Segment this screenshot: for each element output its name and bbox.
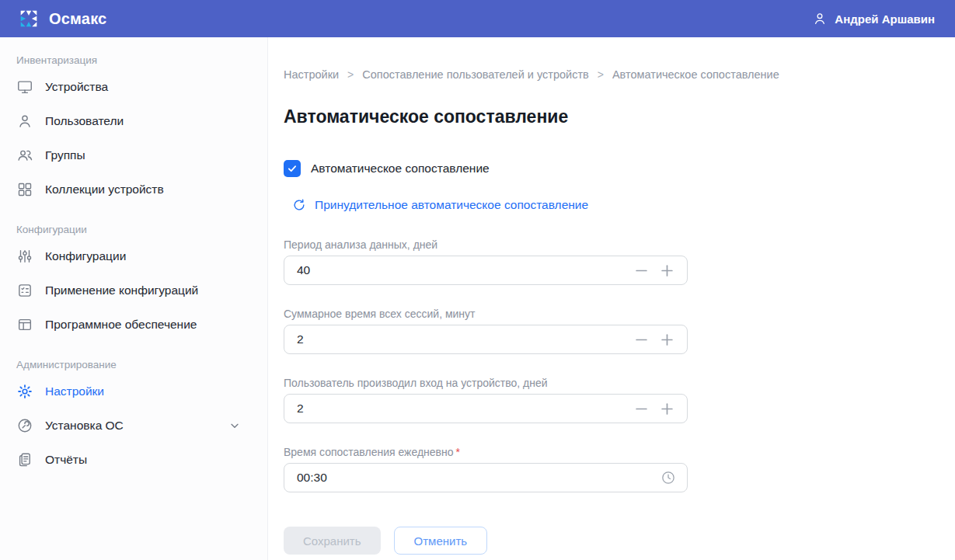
- refresh-icon: [292, 198, 306, 212]
- monitor-icon: [16, 78, 33, 96]
- sidebar-item-label: Программное обеспечение: [45, 318, 197, 332]
- window-layout-icon: [16, 316, 33, 333]
- required-mark: *: [456, 446, 460, 458]
- wrench-circle-icon: [16, 417, 33, 434]
- sidebar-item-apply-configurations[interactable]: Применение конфигураций: [0, 273, 267, 308]
- top-bar: Осмакс Андрей Аршавин: [0, 0, 955, 37]
- plus-button[interactable]: [660, 332, 674, 346]
- sidebar-item-label: Отчёты: [45, 453, 87, 467]
- minus-button[interactable]: [634, 332, 648, 346]
- sidebar-item-device-collections[interactable]: Коллекции устройств: [0, 172, 267, 207]
- auto-matching-form: Автоматическое сопоставление Принудитель…: [284, 160, 688, 555]
- matching-time-input[interactable]: [284, 464, 660, 492]
- field-label: Пользователь производил вход на устройст…: [284, 377, 688, 389]
- sidebar-item-users[interactable]: Пользователи: [0, 104, 267, 138]
- field-last-login-days: Пользователь производил вход на устройст…: [284, 377, 688, 423]
- breadcrumb-user-device-matching[interactable]: Сопоставление пользователей и устройств: [362, 68, 588, 81]
- user-name: Андрей Аршавин: [835, 12, 935, 26]
- sidebar-item-reports[interactable]: Отчёты: [0, 443, 267, 477]
- total-session-time-input[interactable]: [284, 325, 634, 353]
- auto-matching-checkbox[interactable]: [284, 160, 301, 177]
- sidebar-section-inventory: Инвентаризация: [0, 54, 267, 66]
- field-label: Время сопоставления ежедневно*: [284, 446, 688, 458]
- plus-button[interactable]: [660, 402, 674, 416]
- minus-button[interactable]: [634, 402, 648, 416]
- field-total-session-time: Суммарное время всех сессий, минут: [284, 308, 688, 354]
- minus-button[interactable]: [634, 263, 648, 277]
- field-label: Период анализа данных, дней: [284, 238, 688, 251]
- users-icon: [16, 147, 33, 164]
- clock-icon[interactable]: [660, 470, 687, 485]
- sidebar: Инвентаризация Устройства Пользователи: [0, 37, 268, 560]
- sidebar-item-label: Установка ОС: [45, 419, 124, 433]
- report-icon: [16, 451, 33, 468]
- sidebar-section-administration: Администрирование: [0, 359, 267, 370]
- brand[interactable]: Осмакс: [17, 7, 106, 30]
- force-auto-matching-link-label: Принудительное автоматическое сопоставле…: [315, 198, 588, 212]
- force-auto-matching-link[interactable]: Принудительное автоматическое сопоставле…: [292, 198, 688, 212]
- sidebar-section-configurations: Конфигурации: [0, 224, 267, 235]
- sidebar-item-software[interactable]: Программное обеспечение: [0, 308, 267, 342]
- sidebar-item-label: Устройства: [45, 80, 108, 94]
- sidebar-item-devices[interactable]: Устройства: [0, 70, 267, 104]
- field-analysis-period: Период анализа данных, дней: [284, 238, 688, 285]
- analysis-period-input[interactable]: [284, 256, 634, 284]
- cancel-button[interactable]: Отменить: [394, 527, 488, 555]
- last-login-days-input[interactable]: [284, 395, 634, 423]
- sidebar-item-label: Группы: [45, 148, 85, 162]
- page-title: Автоматическое сопоставление: [284, 106, 955, 127]
- user-menu[interactable]: Андрей Аршавин: [812, 11, 935, 26]
- sidebar-item-label: Настройки: [45, 384, 104, 398]
- plus-button[interactable]: [660, 263, 674, 277]
- sidebar-item-label: Конфигурации: [45, 249, 126, 263]
- chevron-down-icon[interactable]: [228, 419, 241, 432]
- gear-icon: [16, 383, 33, 400]
- user-icon: [16, 113, 33, 130]
- sidebar-item-label: Коллекции устройств: [45, 183, 164, 197]
- sidebar-item-configurations[interactable]: Конфигурации: [0, 239, 267, 273]
- sidebar-item-label: Применение конфигураций: [45, 283, 198, 297]
- sidebar-item-groups[interactable]: Группы: [0, 138, 267, 172]
- main-content: Настройки > Сопоставление пользователей …: [268, 37, 955, 560]
- auto-matching-checkbox-row[interactable]: Автоматическое сопоставление: [284, 160, 688, 177]
- sidebar-item-settings[interactable]: Настройки: [0, 374, 267, 409]
- user-icon: [812, 11, 828, 26]
- sidebar-item-label: Пользователи: [45, 114, 124, 128]
- pinwheel-logo-icon: [17, 7, 40, 30]
- breadcrumb-settings[interactable]: Настройки: [284, 68, 339, 81]
- field-matching-time: Время сопоставления ежедневно*: [284, 446, 688, 492]
- auto-matching-checkbox-label: Автоматическое сопоставление: [311, 162, 490, 176]
- checklist-card-icon: [16, 282, 33, 299]
- field-label: Суммарное время всех сессий, минут: [284, 308, 688, 320]
- sliders-icon: [16, 248, 33, 265]
- grid-icon: [16, 181, 33, 198]
- breadcrumb-separator: >: [347, 68, 354, 81]
- breadcrumb: Настройки > Сопоставление пользователей …: [284, 68, 955, 81]
- breadcrumb-separator: >: [598, 68, 604, 81]
- breadcrumb-auto-matching: Автоматическое сопоставление: [612, 68, 779, 81]
- app-title: Осмакс: [49, 10, 106, 28]
- save-button[interactable]: Сохранить: [284, 527, 381, 555]
- sidebar-item-os-install[interactable]: Установка ОС: [0, 409, 267, 443]
